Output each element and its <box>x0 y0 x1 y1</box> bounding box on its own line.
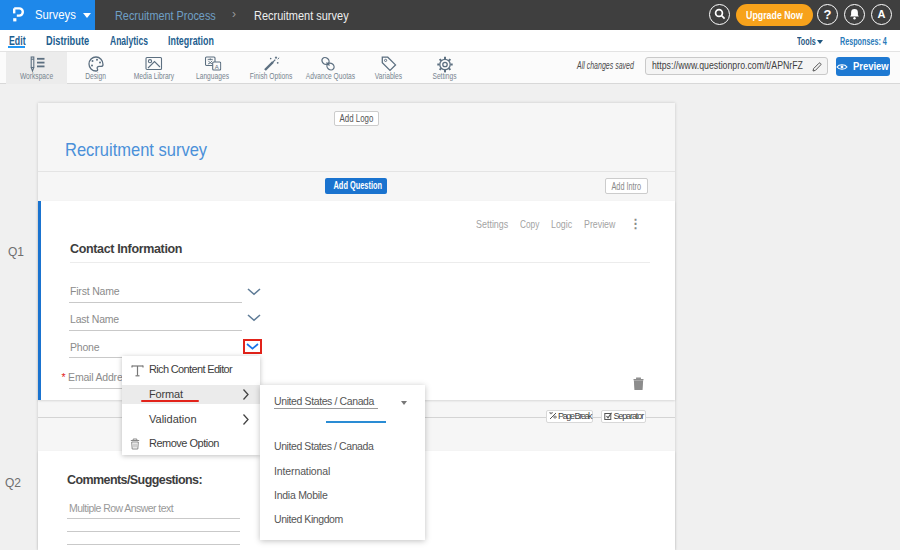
svg-text:A: A <box>214 64 218 70</box>
